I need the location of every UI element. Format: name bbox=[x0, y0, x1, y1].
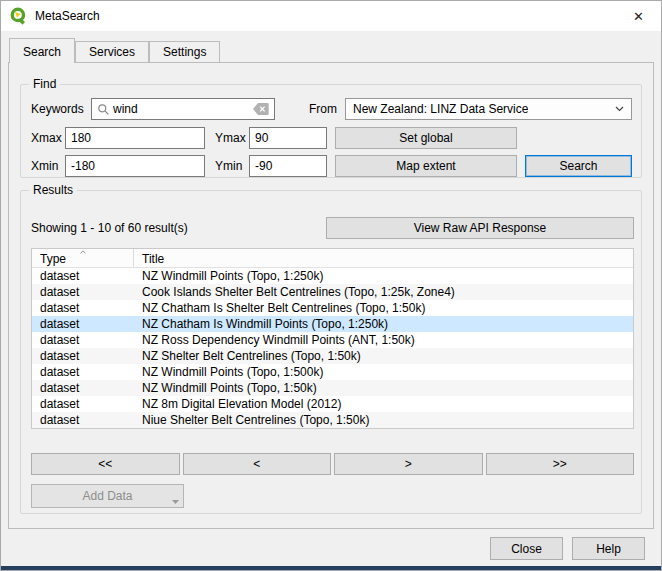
tab-settings[interactable]: Settings bbox=[149, 41, 220, 62]
sort-ascending-icon bbox=[79, 248, 86, 254]
result-row[interactable]: datasetNZ Ross Dependency Windmill Point… bbox=[32, 332, 633, 348]
add-data-label: Add Data bbox=[82, 489, 132, 503]
result-row[interactable]: datasetNZ Chatham Is Shelter Belt Centre… bbox=[32, 300, 633, 316]
find-group-title: Find bbox=[29, 77, 60, 91]
search-button[interactable]: Search bbox=[525, 155, 632, 177]
result-type: dataset bbox=[32, 348, 134, 364]
result-row[interactable]: datasetNZ Windmill Points (Topo, 1:50k) bbox=[32, 380, 633, 396]
result-type: dataset bbox=[32, 300, 134, 316]
next-page-button[interactable]: > bbox=[334, 453, 483, 475]
view-raw-api-button[interactable]: View Raw API Response bbox=[326, 217, 634, 239]
result-title: NZ Windmill Points (Topo, 1:500k) bbox=[134, 364, 633, 380]
xmin-label: Xmin bbox=[31, 159, 65, 173]
result-row[interactable]: datasetNZ Shelter Belt Centrelines (Topo… bbox=[32, 348, 633, 364]
xmax-label: Xmax bbox=[31, 131, 65, 145]
prev-page-button[interactable]: < bbox=[183, 453, 332, 475]
window-title: MetaSearch bbox=[35, 9, 100, 23]
menu-indicator-icon bbox=[172, 500, 179, 504]
results-group: Results Showing 1 - 10 of 60 result(s) V… bbox=[20, 190, 642, 514]
results-toolbar: Showing 1 - 10 of 60 result(s) View Raw … bbox=[31, 217, 634, 239]
map-extent-button[interactable]: Map extent bbox=[335, 155, 517, 177]
dialog-footer: Close Help bbox=[490, 537, 645, 560]
result-type: dataset bbox=[32, 332, 134, 348]
close-button[interactable]: Close bbox=[490, 537, 563, 560]
result-type: dataset bbox=[32, 268, 134, 284]
keywords-row: Keywords From New Zealand: LINZ Data Ser… bbox=[31, 98, 632, 120]
search-icon bbox=[97, 103, 110, 116]
result-title: Cook Islands Shelter Belt Centrelines (T… bbox=[134, 284, 633, 300]
xmin-input[interactable] bbox=[65, 155, 205, 177]
result-row[interactable]: datasetNZ Chatham Is Windmill Points (To… bbox=[32, 316, 633, 332]
result-type: dataset bbox=[32, 316, 134, 332]
keywords-field[interactable] bbox=[91, 98, 275, 120]
column-header-type-label: Type bbox=[40, 252, 66, 266]
from-label: From bbox=[309, 102, 339, 116]
result-type: dataset bbox=[32, 380, 134, 396]
qgis-logo-icon bbox=[10, 7, 28, 25]
result-title: NZ Chatham Is Shelter Belt Centrelines (… bbox=[134, 300, 633, 316]
results-group-title: Results bbox=[29, 183, 77, 197]
last-page-button[interactable]: >> bbox=[486, 453, 635, 475]
result-title: Niue Shelter Belt Centrelines (Topo, 1:5… bbox=[134, 412, 633, 428]
find-group: Find Keywords From New Zealand: LINZ Dat… bbox=[20, 84, 642, 178]
table-header: Type Title bbox=[32, 249, 633, 268]
clear-text-icon[interactable] bbox=[253, 103, 269, 115]
chevron-down-icon bbox=[615, 106, 624, 112]
result-title: NZ Chatham Is Windmill Points (Topo, 1:2… bbox=[134, 316, 633, 332]
ymin-label: Ymin bbox=[215, 159, 249, 173]
max-extent-row: Xmax Ymax Set global bbox=[31, 127, 632, 149]
results-count-text: Showing 1 - 10 of 60 result(s) bbox=[31, 221, 188, 235]
title-bar: MetaSearch ✕ bbox=[1, 1, 661, 31]
set-global-button[interactable]: Set global bbox=[335, 127, 517, 149]
from-selected-value: New Zealand: LINZ Data Service bbox=[353, 102, 528, 116]
column-header-title[interactable]: Title bbox=[134, 249, 633, 267]
column-header-type[interactable]: Type bbox=[32, 249, 134, 267]
ymax-label: Ymax bbox=[215, 131, 249, 145]
result-type: dataset bbox=[32, 284, 134, 300]
result-type: dataset bbox=[32, 364, 134, 380]
result-title: NZ Windmill Points (Topo, 1:250k) bbox=[134, 268, 633, 284]
window-bottom-edge bbox=[1, 566, 661, 570]
result-title: NZ 8m Digital Elevation Model (2012) bbox=[134, 396, 633, 412]
min-extent-row: Xmin Ymin Map extent Search bbox=[31, 155, 632, 177]
pagination-bar: << < > >> bbox=[31, 453, 634, 475]
add-data-button[interactable]: Add Data bbox=[31, 484, 184, 508]
ymax-input[interactable] bbox=[249, 127, 327, 149]
ymin-input[interactable] bbox=[249, 155, 327, 177]
column-header-title-label: Title bbox=[142, 252, 164, 266]
results-table: Type Title datasetNZ Windmill Points (To… bbox=[31, 248, 634, 429]
table-body: datasetNZ Windmill Points (Topo, 1:250k)… bbox=[32, 268, 633, 428]
keywords-label: Keywords bbox=[31, 102, 89, 116]
metasearch-dialog: MetaSearch ✕ Search Services Settings Fi… bbox=[0, 0, 662, 571]
keywords-input[interactable] bbox=[110, 102, 253, 116]
result-row[interactable]: datasetNZ 8m Digital Elevation Model (20… bbox=[32, 396, 633, 412]
from-select[interactable]: New Zealand: LINZ Data Service bbox=[345, 98, 632, 120]
close-icon: ✕ bbox=[633, 9, 644, 24]
result-row[interactable]: datasetNiue Shelter Belt Centrelines (To… bbox=[32, 412, 633, 428]
result-title: NZ Shelter Belt Centrelines (Topo, 1:50k… bbox=[134, 348, 633, 364]
result-row[interactable]: datasetNZ Windmill Points (Topo, 1:250k) bbox=[32, 268, 633, 284]
close-window-button[interactable]: ✕ bbox=[616, 1, 661, 31]
tab-bar: Search Services Settings bbox=[9, 38, 220, 63]
result-row[interactable]: datasetNZ Windmill Points (Topo, 1:500k) bbox=[32, 364, 633, 380]
tab-search[interactable]: Search bbox=[9, 38, 75, 63]
result-type: dataset bbox=[32, 412, 134, 428]
xmax-input[interactable] bbox=[65, 127, 205, 149]
tab-services[interactable]: Services bbox=[75, 41, 149, 62]
result-type: dataset bbox=[32, 396, 134, 412]
result-title: NZ Ross Dependency Windmill Points (ANT,… bbox=[134, 332, 633, 348]
first-page-button[interactable]: << bbox=[31, 453, 180, 475]
result-title: NZ Windmill Points (Topo, 1:50k) bbox=[134, 380, 633, 396]
help-button[interactable]: Help bbox=[572, 537, 645, 560]
search-tab-panel: Find Keywords From New Zealand: LINZ Dat… bbox=[8, 62, 654, 529]
result-row[interactable]: datasetCook Islands Shelter Belt Centrel… bbox=[32, 284, 633, 300]
